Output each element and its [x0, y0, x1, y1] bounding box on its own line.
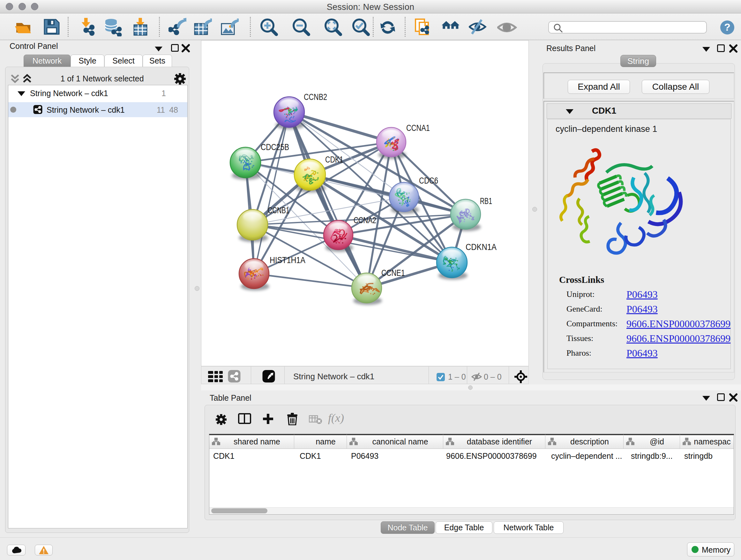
- svg-text:?: ?: [724, 21, 731, 33]
- svg-text:CCNA2: CCNA2: [354, 215, 376, 225]
- svg-text:CCNE1: CCNE1: [381, 268, 405, 278]
- svg-text:CCNB1: CCNB1: [268, 206, 289, 215]
- svg-text:HIST1H1A: HIST1H1A: [270, 255, 306, 265]
- svg-text:CDC25B: CDC25B: [261, 142, 289, 152]
- svg-text:CDKN1A: CDKN1A: [466, 242, 496, 252]
- svg-text:CDC6: CDC6: [419, 176, 438, 186]
- svg-text:CCNA1: CCNA1: [406, 123, 430, 133]
- svg-text:RB1: RB1: [480, 196, 492, 206]
- svg-text:CDK1: CDK1: [325, 155, 343, 165]
- svg-text:CCNB2: CCNB2: [304, 92, 327, 102]
